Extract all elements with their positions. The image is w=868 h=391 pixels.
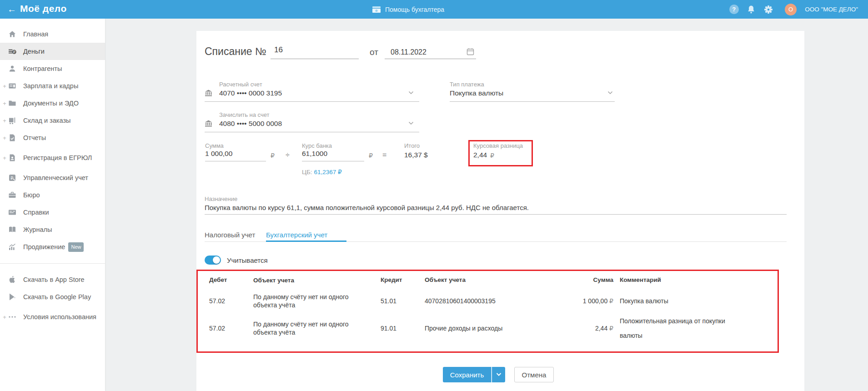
svg-text:₽: ₽ xyxy=(13,50,15,54)
postings-table: Дебет Объект учета Кредит Объект учета С… xyxy=(196,270,779,353)
col-header-object2: Объект учета xyxy=(425,276,543,283)
help-icon[interactable]: ? xyxy=(728,4,739,15)
row-sum-currency: ₽ xyxy=(609,297,613,305)
bank-icon xyxy=(205,90,212,97)
payment-type-select[interactable]: Покупка валюты xyxy=(450,88,615,102)
open-book-icon xyxy=(8,225,17,234)
sidebar-item-journals[interactable]: Журналы xyxy=(0,221,105,238)
company-name[interactable]: ООО "МОЕ ДЕЛО" xyxy=(805,6,858,13)
badge-card-icon xyxy=(8,81,17,90)
accounted-toggle[interactable] xyxy=(205,256,221,265)
row-comment: Положительная разница от покупки валюты xyxy=(620,314,743,343)
table-row[interactable]: 57.02 По данному счёту нет ни одного объ… xyxy=(198,314,778,343)
rate-difference-label: Курсовая разница xyxy=(473,142,523,149)
chevron-down-icon xyxy=(408,121,414,125)
sidebar-item-egrul-registration[interactable]: + Регистрация в ЕГРЮЛ xyxy=(0,146,105,169)
cancel-button[interactable]: Отмена xyxy=(514,367,554,382)
amount-input[interactable]: 1 000,00 xyxy=(205,150,266,161)
row-comment: Покупка валюты xyxy=(620,297,743,305)
row-object2: 40702810601400003195 xyxy=(425,297,543,305)
credit-account-label: Зачислить на счет xyxy=(219,111,269,118)
back-arrow-icon[interactable]: ← xyxy=(7,4,16,15)
col-header-sum: Сумма xyxy=(543,276,613,283)
cart-icon xyxy=(8,116,17,125)
sidebar-item-payroll[interactable]: + Зарплата и кадры xyxy=(0,77,105,95)
row-debit: 57.02 xyxy=(209,325,253,332)
app-logo[interactable]: Моё дело xyxy=(20,3,67,14)
sidebar-item-warehouse[interactable]: + Склад и заказы xyxy=(0,112,105,129)
col-header-credit: Кредит xyxy=(381,276,425,283)
notifications-bell-icon[interactable] xyxy=(746,4,757,15)
accountant-help-label: Помощь бухгалтера xyxy=(385,6,444,13)
money-icon: ₽ xyxy=(8,47,17,56)
chevron-down-icon xyxy=(408,91,414,95)
sidebar-item-bureau[interactable]: Бюро xyxy=(0,186,105,204)
row-object1: По данному счёту нет ни одного объекта у… xyxy=(253,320,381,336)
accounted-toggle-label: Учитывается xyxy=(227,256,268,264)
tab-tax-accounting[interactable]: Налоговый учет xyxy=(205,231,255,239)
debit-account-label: Расчетный счет xyxy=(219,81,262,88)
svg-text:₽: ₽ xyxy=(10,176,13,180)
sidebar-item-google-play[interactable]: Скачать в Google Play xyxy=(0,288,105,306)
amount-label: Сумма xyxy=(205,142,224,149)
dots-more-icon xyxy=(8,312,17,321)
sidebar-divider xyxy=(0,263,105,264)
sidebar-item-terms[interactable]: + Условия использования xyxy=(0,306,105,328)
row-sum: 2,44 xyxy=(595,325,607,332)
cb-rate-prefix: ЦБ: xyxy=(302,169,312,175)
sidebar-item-money[interactable]: ₽ Деньги xyxy=(0,43,105,60)
settings-gear-icon[interactable] xyxy=(763,4,774,15)
user-avatar[interactable]: O xyxy=(785,4,797,15)
top-header-bar: ← Моё дело Помощь бухгалтера ? xyxy=(0,0,868,19)
amount-currency: ₽ xyxy=(271,152,275,159)
bank-rate-input[interactable]: 61,1000 xyxy=(302,150,364,161)
sidebar-item-app-store[interactable]: Скачать в App Store xyxy=(0,271,105,288)
credit-account-select[interactable]: 4080 •••• 5000 0008 xyxy=(205,119,419,132)
document-card: Списание № 16 от 08.11.2022 Расчетный сч… xyxy=(196,31,804,391)
col-header-debit: Дебет xyxy=(209,276,253,283)
cb-rate-link[interactable]: 61,2367 ₽ xyxy=(314,169,341,175)
col-header-comment: Комментарий xyxy=(620,276,743,283)
table-row[interactable]: 57.02 По данному счёту нет ни одного объ… xyxy=(198,288,778,314)
row-object1: По данному счёту нет ни одного объекта у… xyxy=(253,293,381,309)
document-date-input[interactable]: 08.11.2022 xyxy=(385,45,476,59)
sidebar-item-management-accounting[interactable]: ₽ Управленческий учет xyxy=(0,169,105,186)
promotion-label: Продвижение xyxy=(23,243,65,251)
sidebar-item-certificates[interactable]: Справки xyxy=(0,204,105,221)
chevron-down-icon xyxy=(607,91,613,95)
tab-accounting[interactable]: Бухгалтерский учет xyxy=(266,231,327,239)
calendar-icon[interactable] xyxy=(467,48,474,55)
active-tab-underline xyxy=(266,241,346,242)
debit-account-select[interactable]: 4070 •••• 0000 3195 xyxy=(205,88,419,102)
id-card-icon xyxy=(8,208,17,217)
registration-doc-icon xyxy=(8,153,17,162)
sidebar-item-contractors[interactable]: Контрагенты xyxy=(0,60,105,77)
equals-sign: = xyxy=(382,151,386,159)
home-icon xyxy=(8,30,17,39)
row-sum: 1 000,00 xyxy=(583,297,608,305)
accountant-help-link[interactable]: Помощь бухгалтера xyxy=(372,0,444,19)
sidebar-item-home[interactable]: Главная xyxy=(0,25,105,43)
rate-difference-value: 2,44 xyxy=(473,151,487,159)
save-button[interactable]: Сохранить xyxy=(443,367,492,382)
purpose-label: Назначение xyxy=(205,196,237,202)
sidebar-item-documents[interactable]: + Документы и ЭДО xyxy=(0,95,105,112)
purpose-input[interactable]: Покупка валюты по курсу 61,1, сумма поло… xyxy=(205,204,787,215)
report-doc-icon xyxy=(8,133,17,142)
page-title: Списание № xyxy=(205,45,266,58)
bank-rate-label: Курс банка xyxy=(302,142,332,149)
sidebar-item-reports[interactable]: + Отчеты xyxy=(0,129,105,146)
chevron-down-icon xyxy=(496,373,502,376)
date-preposition: от xyxy=(370,47,378,57)
divide-sign: ÷ xyxy=(286,151,290,159)
document-number-input[interactable]: 16 xyxy=(271,45,359,59)
row-sum-currency: ₽ xyxy=(609,325,613,332)
payment-type-label: Тип платежа xyxy=(450,81,484,88)
total-value: 16,37 $ xyxy=(404,151,428,159)
save-options-button[interactable] xyxy=(492,367,505,382)
row-credit: 91.01 xyxy=(381,325,425,332)
sidebar-item-promotion[interactable]: ПродвижениеNew xyxy=(0,238,105,256)
row-credit: 51.01 xyxy=(381,297,425,305)
bank-rate-currency: ₽ xyxy=(369,152,373,159)
apple-icon xyxy=(8,275,17,284)
